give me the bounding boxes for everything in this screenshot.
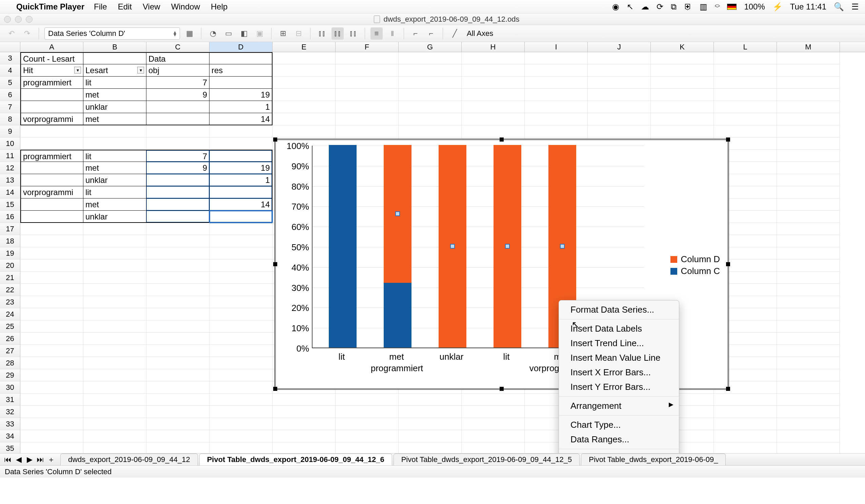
sheet-tab[interactable]: Pivot Table_dwds_export_2019-06-09_	[581, 454, 726, 465]
menu-edit[interactable]: Edit	[118, 2, 132, 12]
cell-M5[interactable]	[777, 77, 840, 89]
cell-M24[interactable]	[777, 308, 840, 320]
cell-M10[interactable]	[777, 138, 840, 150]
cell-L4[interactable]	[714, 65, 777, 77]
cell-D26[interactable]	[209, 332, 273, 345]
cell-M19[interactable]	[777, 247, 840, 259]
cell-D27[interactable]	[209, 345, 273, 357]
cell-E5[interactable]	[273, 77, 336, 89]
cell-M6[interactable]	[777, 89, 840, 101]
cell-E34[interactable]	[273, 430, 336, 442]
cell-G34[interactable]	[399, 430, 462, 442]
cell-C31[interactable]	[147, 394, 209, 406]
cell-B29[interactable]	[83, 369, 147, 382]
tab-add-button[interactable]: ＋	[47, 455, 56, 465]
cell-C23[interactable]	[147, 296, 209, 308]
cell-C3[interactable]: Data	[147, 52, 209, 65]
row-header-9[interactable]: 9	[0, 125, 20, 138]
cell-F9[interactable]	[336, 125, 399, 138]
cell-C26[interactable]	[147, 332, 209, 345]
cell-M17[interactable]	[777, 223, 840, 235]
cell-M3[interactable]	[777, 52, 840, 65]
cell-L8[interactable]	[714, 113, 777, 125]
row-header-15[interactable]: 15	[0, 199, 20, 211]
row-header-26[interactable]: 26	[0, 332, 20, 345]
cell-B21[interactable]	[83, 272, 147, 284]
cell-C21[interactable]	[147, 272, 209, 284]
format-selection-button[interactable]: ▦	[183, 27, 196, 40]
data-ranges-button[interactable]: ⊟	[292, 27, 305, 40]
tab-first-button[interactable]: ⏮	[3, 455, 12, 464]
cell-I6[interactable]	[525, 89, 588, 101]
cell-M4[interactable]	[777, 65, 840, 77]
cell-B24[interactable]	[83, 308, 147, 320]
cell-D25[interactable]	[209, 320, 273, 332]
chart-legend[interactable]: Column D Column C	[670, 253, 720, 278]
cell-C30[interactable]	[147, 382, 209, 394]
cell-J7[interactable]	[588, 101, 651, 113]
cell-E31[interactable]	[273, 394, 336, 406]
cell-C33[interactable]	[147, 418, 209, 430]
record-icon[interactable]: ◉	[612, 2, 619, 12]
cell-M7[interactable]	[777, 101, 840, 113]
cell-E4[interactable]	[273, 65, 336, 77]
cell-B15[interactable]: met	[83, 199, 147, 211]
x-axis-button[interactable]: ⌐	[410, 27, 422, 40]
cell-L33[interactable]	[714, 418, 777, 430]
cell-K6[interactable]	[651, 89, 714, 101]
row-header-14[interactable]: 14	[0, 186, 20, 199]
cell-C12[interactable]: 9	[147, 162, 209, 174]
cell-B8[interactable]: met	[83, 113, 147, 125]
cell-B18[interactable]	[83, 235, 147, 247]
cell-A7[interactable]	[20, 101, 83, 113]
cell-E6[interactable]	[273, 89, 336, 101]
cell-C8[interactable]	[147, 113, 209, 125]
row-header-8[interactable]: 8	[0, 113, 20, 125]
cell-K9[interactable]	[651, 125, 714, 138]
cell-F31[interactable]	[336, 394, 399, 406]
cell-A33[interactable]	[20, 418, 83, 430]
menu-icon[interactable]: ☰	[852, 2, 859, 12]
row-header-23[interactable]: 23	[0, 296, 20, 308]
row-header-11[interactable]: 11	[0, 150, 20, 162]
cell-E35[interactable]	[273, 442, 336, 455]
cell-D11[interactable]	[209, 150, 273, 162]
cell-A17[interactable]	[20, 223, 83, 235]
row-header-18[interactable]: 18	[0, 235, 20, 247]
cell-C5[interactable]: 7	[147, 77, 209, 89]
cell-H8[interactable]	[462, 113, 525, 125]
ctx-chart-type[interactable]: Chart Type...	[559, 418, 679, 432]
element-selector[interactable]: Data Series 'Column D' ▴▾	[44, 27, 180, 40]
column-header-A[interactable]: A	[20, 42, 83, 52]
cell-F7[interactable]	[336, 101, 399, 113]
cell-M15[interactable]	[777, 199, 840, 211]
bar-0[interactable]	[329, 145, 357, 348]
column-header-K[interactable]: K	[651, 42, 714, 52]
cell-B10[interactable]	[83, 138, 147, 150]
cell-B22[interactable]	[83, 284, 147, 296]
cell-D10[interactable]	[209, 138, 273, 150]
cell-A26[interactable]	[20, 332, 83, 345]
cell-G31[interactable]	[399, 394, 462, 406]
cell-C7[interactable]	[147, 101, 209, 113]
cell-D34[interactable]	[209, 430, 273, 442]
cell-A16[interactable]	[20, 211, 83, 223]
cell-D28[interactable]	[209, 357, 273, 369]
cell-M18[interactable]	[777, 235, 840, 247]
sheet-tab[interactable]: Pivot Table_dwds_export_2019-06-09_09_44…	[393, 454, 580, 465]
cell-B34[interactable]	[83, 430, 147, 442]
cell-D22[interactable]	[209, 284, 273, 296]
cell-B25[interactable]	[83, 320, 147, 332]
cell-C15[interactable]	[147, 199, 209, 211]
cell-A6[interactable]	[20, 89, 83, 101]
legend-button[interactable]: ⫿⫿	[332, 27, 344, 40]
cell-L9[interactable]	[714, 125, 777, 138]
cell-M9[interactable]	[777, 125, 840, 138]
cell-E8[interactable]	[273, 113, 336, 125]
column-header-L[interactable]: L	[714, 42, 777, 52]
cell-H5[interactable]	[462, 77, 525, 89]
cell-M25[interactable]	[777, 320, 840, 332]
row-header-13[interactable]: 13	[0, 174, 20, 186]
cell-A31[interactable]	[20, 394, 83, 406]
chart-floor-button[interactable]: ▣	[254, 27, 266, 40]
